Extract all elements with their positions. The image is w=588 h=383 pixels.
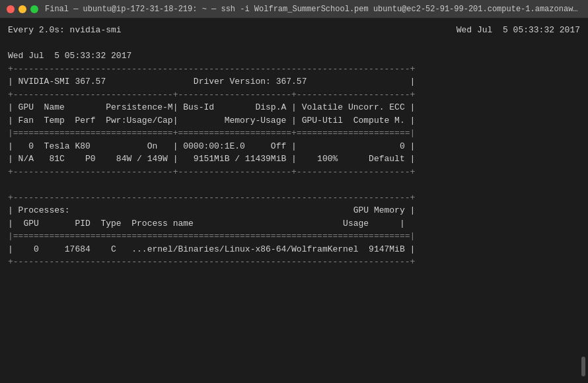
col-header-2: | Fan Temp Perf Pwr:Usage/Cap| Memory-Us… bbox=[8, 114, 580, 127]
proc-header: | Processes: GPU Memory | bbox=[8, 204, 580, 217]
window-title: Final — ubuntu@ip-172-31-18-219: ~ — ssh… bbox=[45, 5, 581, 14]
proc-col-hdr: | GPU PID Type Process name Usage | bbox=[8, 217, 580, 230]
divider-3: |===============================+=======… bbox=[8, 127, 580, 140]
divider-1: +---------------------------------------… bbox=[8, 63, 580, 76]
col-header-1: | GPU Name Persistence-M| Bus-Id Disp.A … bbox=[8, 101, 580, 114]
window-buttons[interactable] bbox=[7, 5, 38, 13]
maximize-button[interactable] bbox=[30, 5, 38, 13]
terminal-area[interactable]: Every 2.0s: nvidia-smi Wed Jul 5 05:33:3… bbox=[0, 18, 588, 383]
smi-header: | NVIDIA-SMI 367.57 Driver Version: 367.… bbox=[8, 75, 580, 88]
blank-line-2 bbox=[8, 178, 580, 192]
divider-6: |=======================================… bbox=[8, 230, 580, 243]
title-bar: Final — ubuntu@ip-172-31-18-219: ~ — ssh… bbox=[0, 0, 588, 18]
gpu-row-1: | 0 Tesla K80 On | 0000:00:1E.0 Off | 0 … bbox=[8, 140, 580, 153]
divider-4: +-------------------------------+-------… bbox=[8, 166, 580, 179]
date-line: Wed Jul 5 05:33:32 2017 bbox=[8, 50, 580, 63]
watch-command: Every 2.0s: nvidia-smi bbox=[8, 24, 122, 37]
gpu-row-2: | N/A 81C P0 84W / 149W | 9151MiB / 1143… bbox=[8, 153, 580, 166]
divider-2: +-------------------------------+-------… bbox=[8, 88, 580, 102]
watch-header: Every 2.0s: nvidia-smi Wed Jul 5 05:33:3… bbox=[8, 24, 580, 37]
divider-5: +---------------------------------------… bbox=[8, 192, 580, 205]
timestamp-right: Wed Jul 5 05:33:32 2017 bbox=[457, 24, 580, 37]
divider-7: +---------------------------------------… bbox=[8, 256, 580, 269]
scrollbar[interactable] bbox=[581, 357, 585, 376]
close-button[interactable] bbox=[7, 5, 15, 13]
minimize-button[interactable] bbox=[18, 5, 26, 13]
proc-row: | 0 17684 C ...ernel/Binaries/Linux-x86-… bbox=[8, 243, 580, 256]
blank-line-1 bbox=[8, 37, 580, 50]
